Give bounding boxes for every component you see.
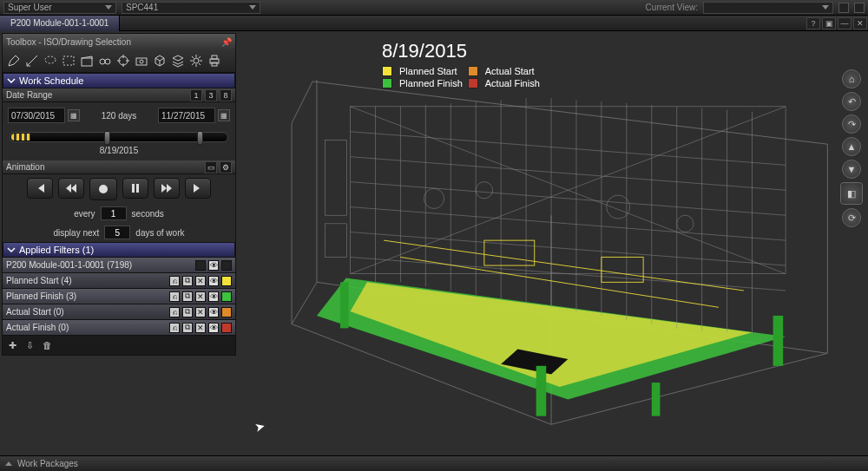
svg-rect-52 bbox=[212, 56, 217, 59]
pencil-icon[interactable] bbox=[6, 53, 22, 69]
color-swatch[interactable] bbox=[221, 276, 232, 286]
filter-copy-icon[interactable]: ⧉ bbox=[182, 276, 193, 286]
eye-icon[interactable]: 👁 bbox=[208, 291, 219, 302]
legend-swatch-planned-start bbox=[382, 66, 392, 76]
download-filter-icon[interactable]: ⇩ bbox=[23, 339, 36, 351]
color-swatch[interactable] bbox=[221, 260, 232, 271]
add-filter-icon[interactable]: ✚ bbox=[6, 339, 18, 351]
camera-icon[interactable] bbox=[134, 53, 149, 69]
record-button[interactable] bbox=[89, 178, 117, 200]
pause-button[interactable] bbox=[122, 178, 148, 199]
eye-icon[interactable]: 👁 bbox=[208, 276, 219, 286]
gear-icon[interactable] bbox=[188, 53, 204, 69]
animation-label: Animation bbox=[6, 162, 44, 172]
close-button[interactable]: ✕ bbox=[853, 17, 867, 29]
cube-icon[interactable] bbox=[152, 53, 168, 69]
filter-copy-icon[interactable]: ⧉ bbox=[182, 291, 193, 302]
range-opt-3[interactable]: 3 bbox=[205, 89, 217, 101]
start-date-input[interactable] bbox=[8, 108, 65, 123]
home-view-button[interactable]: ⌂ bbox=[842, 69, 861, 88]
chevron-down-icon bbox=[822, 5, 829, 10]
filter-row[interactable]: Planned Finish (3)⎌⧉✕👁 bbox=[3, 289, 235, 304]
toolbox-titlebar[interactable]: Toolbox - ISO/Drawing Selection 📌 bbox=[3, 34, 235, 49]
up-button[interactable]: ▲ bbox=[842, 137, 861, 156]
legend-label: Planned Finish bbox=[399, 78, 463, 88]
anim-settings-icon[interactable]: ⚙ bbox=[220, 161, 232, 173]
filter-expand-icon[interactable]: ✕ bbox=[195, 323, 206, 333]
filter-expand-icon[interactable]: ✕ bbox=[195, 307, 206, 317]
chevron-down-icon bbox=[7, 245, 16, 254]
date-slider[interactable] bbox=[10, 132, 228, 142]
filter-row[interactable]: Planned Start (4)⎌⧉✕👁 bbox=[3, 273, 235, 289]
slider-current-date: 8/19/2015 bbox=[10, 142, 228, 159]
binoculars-icon[interactable] bbox=[97, 53, 113, 69]
calendar-icon[interactable]: ▦ bbox=[68, 109, 80, 121]
help-button[interactable]: ? bbox=[806, 17, 820, 29]
range-opt-1[interactable]: 1 bbox=[190, 89, 202, 101]
filter-row[interactable]: Actual Start (0)⎌⧉✕👁 bbox=[3, 304, 235, 320]
filter-copy-icon[interactable]: ⧉ bbox=[182, 323, 193, 333]
measure-icon[interactable] bbox=[24, 53, 40, 69]
every-input[interactable] bbox=[101, 206, 127, 220]
user-dropdown[interactable]: Super User bbox=[3, 2, 116, 14]
filter-copy-icon[interactable]: ⧉ bbox=[182, 307, 193, 317]
box-select-icon[interactable] bbox=[61, 53, 76, 69]
print-icon[interactable] bbox=[207, 53, 222, 69]
svg-rect-37 bbox=[326, 224, 347, 258]
slider-fill bbox=[11, 134, 30, 141]
range-opt-8[interactable]: 8 bbox=[220, 89, 232, 101]
layers-icon[interactable] bbox=[170, 53, 186, 69]
display-next-input[interactable] bbox=[104, 226, 130, 239]
eye-icon[interactable]: 👁 bbox=[208, 307, 219, 317]
filter-lock-icon[interactable]: ⎌ bbox=[169, 323, 180, 333]
minimize-button[interactable]: — bbox=[838, 17, 852, 29]
filter-action-icon[interactable] bbox=[195, 260, 206, 271]
rewind-button[interactable] bbox=[58, 178, 84, 199]
bottom-bar[interactable]: Work Packages bbox=[0, 455, 868, 471]
view-cube-button[interactable]: ◧ bbox=[840, 182, 863, 205]
down-button[interactable]: ▼ bbox=[842, 160, 861, 179]
tab-label: P200 Module-001-1-0001 bbox=[10, 18, 108, 28]
filter-lock-icon[interactable]: ⎌ bbox=[169, 307, 180, 317]
lasso-icon[interactable] bbox=[43, 53, 58, 69]
project-dropdown[interactable]: SPC441 bbox=[122, 2, 260, 14]
svg-line-27 bbox=[351, 157, 786, 191]
eye-icon[interactable]: 👁 bbox=[208, 323, 219, 333]
pin-icon[interactable]: 📌 bbox=[221, 36, 232, 47]
slider-end-thumb[interactable] bbox=[197, 131, 203, 145]
crosshair-icon[interactable] bbox=[115, 53, 131, 69]
skip-end-button[interactable] bbox=[185, 178, 211, 199]
current-view-dropdown[interactable] bbox=[703, 2, 833, 14]
menu-button-2[interactable] bbox=[854, 3, 865, 13]
delete-filter-icon[interactable]: 🗑 bbox=[41, 339, 53, 351]
end-date-input[interactable] bbox=[158, 108, 215, 123]
calendar-icon[interactable]: ▦ bbox=[218, 109, 230, 121]
svg-point-33 bbox=[476, 182, 492, 199]
orbit-button[interactable]: ⟳ bbox=[842, 208, 861, 227]
clapboard-icon[interactable] bbox=[79, 53, 95, 69]
color-swatch[interactable] bbox=[221, 291, 232, 302]
color-swatch[interactable] bbox=[221, 307, 232, 317]
filter-expand-icon[interactable]: ✕ bbox=[195, 291, 206, 302]
skip-start-button[interactable] bbox=[27, 178, 53, 199]
current-view-label: Current View: bbox=[646, 3, 698, 12]
toolbox-title-label: Toolbox - ISO/Drawing Selection bbox=[6, 37, 131, 47]
filter-lock-icon[interactable]: ⎌ bbox=[169, 291, 180, 302]
color-swatch[interactable] bbox=[221, 323, 232, 333]
filter-expand-icon[interactable]: ✕ bbox=[195, 276, 206, 286]
anim-opt-1[interactable]: ▭ bbox=[205, 161, 217, 173]
applied-filters-header[interactable]: Applied Filters (1) bbox=[3, 242, 235, 258]
maximize-button[interactable]: ▣ bbox=[822, 17, 836, 29]
svg-rect-55 bbox=[132, 184, 135, 193]
forward-button[interactable] bbox=[154, 178, 180, 199]
filter-row[interactable]: P200 Module-001-1-0001 (7198)👁 bbox=[3, 258, 235, 273]
rotate-right-button[interactable]: ↷ bbox=[842, 114, 861, 134]
menu-button-1[interactable] bbox=[838, 3, 849, 13]
filter-row[interactable]: Actual Finish (0)⎌⧉✕👁 bbox=[3, 320, 235, 336]
rotate-left-button[interactable]: ↶ bbox=[842, 92, 861, 111]
slider-thumb[interactable] bbox=[104, 131, 110, 145]
filter-lock-icon[interactable]: ⎌ bbox=[169, 276, 180, 286]
tab-module[interactable]: P200 Module-001-1-0001 bbox=[0, 16, 120, 31]
eye-icon[interactable]: 👁 bbox=[208, 260, 219, 271]
work-schedule-header[interactable]: Work Schedule bbox=[3, 73, 235, 88]
